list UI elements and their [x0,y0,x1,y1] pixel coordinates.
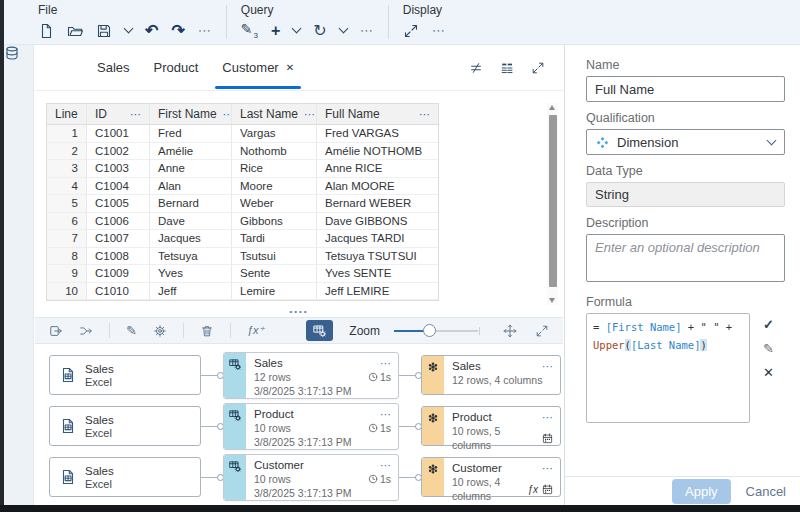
table-row[interactable]: 7C1007JacquesTardiJacques TARDI [47,230,438,248]
export-icon[interactable] [49,324,63,338]
window-left-edge [0,0,4,512]
column-header-last-name[interactable]: Last Name⋯ [232,104,317,125]
columns-icon[interactable] [500,61,514,75]
tab-product[interactable]: Product [142,45,211,91]
refresh-chevron-down-icon[interactable] [338,24,348,34]
apply-button[interactable]: Apply [672,479,731,504]
prep-node[interactable]: Product⋯ 10 rows1s 3/8/2025 3:17:13 PM [223,403,399,450]
panel-splitter[interactable]: •••• [35,306,563,317]
description-label: Description [586,216,785,230]
node-menu-icon[interactable]: ⋯ [380,358,391,368]
expand-flow-icon[interactable] [535,324,549,338]
zoom-slider[interactable] [394,323,478,339]
table-scrollbar[interactable] [547,103,558,305]
window-bottom-edge [0,505,800,512]
output-node[interactable]: Product⋯ 10 rows, 5 columns [421,406,561,446]
refresh-icon[interactable]: ↻ [313,23,326,39]
grid-view-toggle-button[interactable] [306,320,333,341]
tab-customer[interactable]: Customer ✕ [210,45,306,91]
column-header-full-name[interactable]: Full Name⋯ [317,104,438,125]
validate-formula-icon[interactable]: ✓ [763,318,774,331]
left-sidebar [4,45,34,505]
data-sources-icon[interactable] [4,45,33,61]
formula-editor[interactable]: = [First Name] + " " + Upper([Last Name]… [586,313,750,423]
add-formula-icon[interactable]: ƒx⁺ [247,325,264,336]
table-row[interactable]: 2C1002AmélieNothombAmélie NOTHOMB [47,143,438,161]
table-row[interactable]: 4C1004AlanMooreAlan MOORE [47,178,438,196]
prep-node-stripe [224,353,246,398]
table-row[interactable]: 10C1010JeffLemireJeff LEMIRE [47,283,438,301]
open-file-icon[interactable] [67,23,83,39]
edit-query-icon[interactable]: ✎3 [241,22,258,40]
display-overflow-icon[interactable]: ⋯ [432,23,446,38]
output-node-stripe [422,458,444,496]
column-menu-icon[interactable]: ⋯ [419,108,430,121]
data-prep-app: File ↶ ↷ ⋯ Query ✎3 + ↻ ⋯ [0,0,800,512]
filter-icon[interactable] [469,61,483,75]
node-menu-icon[interactable]: ⋯ [542,361,553,371]
query-overflow-icon[interactable]: ⋯ [360,23,374,38]
table-row[interactable]: 3C1003AnneRiceAnne RICE [47,160,438,178]
table-row[interactable]: 1C1001FredVargasFred VARGAS [47,125,438,143]
table-row[interactable]: 5C1005BernardWeberBernard WEBER [47,195,438,213]
node-menu-icon[interactable]: ⋯ [380,409,391,419]
save-icon[interactable] [96,23,112,39]
scroll-up-arrow[interactable] [549,105,555,110]
file-overflow-icon[interactable]: ⋯ [198,23,212,38]
column-header-first-name[interactable]: First Name⋯ [150,104,232,125]
edit-formula-icon[interactable]: ✎ [763,342,774,355]
data-type-label: Data Type [586,164,785,178]
save-chevron-down-icon[interactable] [124,24,134,34]
close-tab-icon[interactable]: ✕ [286,62,294,73]
column-menu-icon[interactable]: ⋯ [223,108,232,121]
toolbar-divider [230,323,231,338]
qualification-select[interactable]: Dimension [586,129,785,155]
expand-table-icon[interactable] [531,61,545,75]
tab-sales[interactable]: Sales [85,45,142,91]
schedule-calendar-icon [542,433,553,444]
settings-gear-icon[interactable] [153,324,167,338]
table-row[interactable]: 8C1008TetsuyaTsutsuiTetsuya TSUTSUI [47,248,438,266]
cancel-button[interactable]: Cancel [746,484,786,499]
undo-icon[interactable]: ↶ [145,21,158,40]
new-document-icon[interactable] [38,23,54,39]
node-menu-icon[interactable]: ⋯ [542,412,553,422]
toolbar-divider [183,323,184,338]
column-menu-icon[interactable]: ⋯ [304,108,315,121]
source-node[interactable]: Sales Excel [49,457,201,497]
prep-node[interactable]: Customer⋯ 10 rows1s 3/8/2025 3:17:13 PM [223,454,399,501]
properties-panel: Name Qualification Dimension Data Type S… [564,45,800,476]
name-input[interactable] [586,76,785,102]
prep-node-stripe [224,404,246,449]
table-header-row: Line ID⋯ First Name⋯ Last Name⋯ Full Nam… [47,104,438,125]
prep-node[interactable]: Sales⋯ 12 rows1s 3/8/2025 3:17:13 PM [223,352,399,399]
clear-formula-icon[interactable]: ✕ [763,366,774,379]
prep-node-stripe [224,455,246,500]
zoom-slider-thumb[interactable] [423,324,436,337]
node-menu-icon[interactable]: ⋯ [542,463,553,473]
pan-move-icon[interactable] [503,324,517,338]
panel-footer: Apply Cancel [564,476,800,505]
output-node[interactable]: Customer⋯ 10 rows, 4 columnsƒx [421,457,561,497]
fullscreen-icon[interactable] [403,23,419,39]
output-node[interactable]: Sales⋯ 12 rows, 4 columns [421,355,561,395]
source-node[interactable]: Sales Excel [49,406,201,446]
splitter-grip-icon[interactable]: •••• [289,309,308,315]
file-group: File ↶ ↷ ⋯ [38,3,212,44]
edit-node-icon[interactable]: ✎ [126,324,137,337]
scroll-down-arrow[interactable] [549,298,555,303]
table-row[interactable]: 9C1009YvesSenteYves SENTE [47,265,438,283]
column-header-id[interactable]: ID⋯ [87,104,150,125]
table-row[interactable]: 6C1006DaveGibbonsDave GIBBONS [47,213,438,231]
delete-icon[interactable] [200,324,214,338]
description-textarea[interactable] [586,234,785,282]
add-query-chevron-down-icon[interactable] [292,24,302,34]
dimension-icon [596,136,609,149]
add-query-icon[interactable]: + [271,22,280,40]
scrollbar-thumb[interactable] [549,115,557,287]
node-menu-icon[interactable]: ⋯ [380,460,391,470]
join-icon[interactable] [79,324,93,338]
column-menu-icon[interactable]: ⋯ [130,108,141,121]
redo-icon[interactable]: ↷ [171,21,184,40]
source-node[interactable]: Sales Excel [49,355,201,395]
